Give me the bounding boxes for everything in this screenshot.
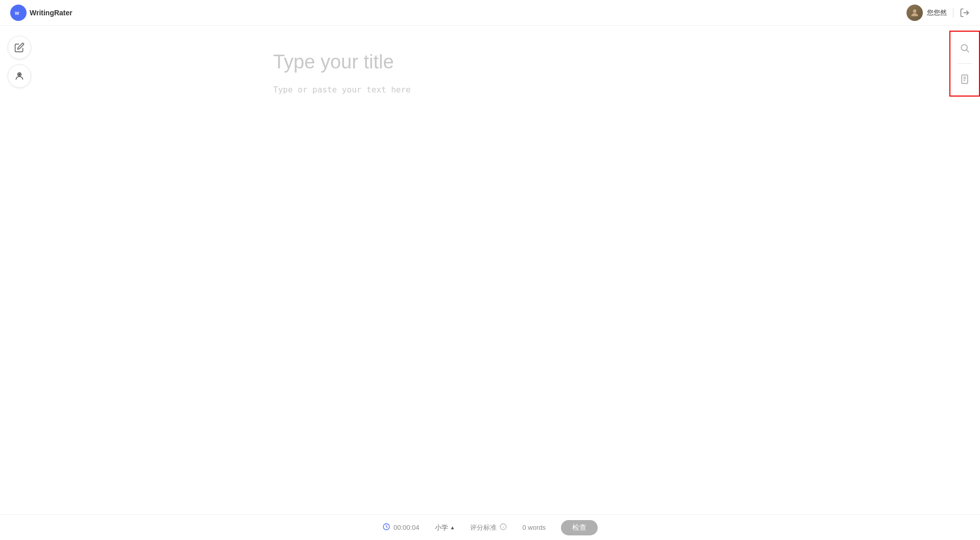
word-count-item: 0 words [522, 524, 546, 531]
svg-point-2 [913, 9, 917, 13]
svg-text:W: W [15, 11, 19, 16]
main-content [41, 26, 944, 514]
body-input[interactable] [273, 83, 712, 288]
title-input[interactable] [273, 51, 712, 73]
profile-button[interactable] [8, 64, 31, 88]
user-name: 您您然 [927, 8, 947, 17]
timer-icon [382, 523, 390, 532]
grade-label: 小学 [435, 523, 448, 532]
user-info[interactable]: 您您然 [906, 5, 947, 21]
timer-item: 00:00:04 [382, 523, 420, 532]
edit-button[interactable] [8, 36, 31, 59]
grade-badge: 小学 ▲ [435, 523, 455, 532]
check-button[interactable]: 检查 [561, 520, 598, 535]
logo-text: WritingRater [30, 9, 72, 17]
document-panel-button[interactable] [953, 68, 976, 90]
logo-area[interactable]: W WritingRater [10, 5, 72, 21]
bottom-bar: 00:00:04 小学 ▲ 评分标准 0 words 检查 [0, 514, 980, 540]
left-sidebar [8, 36, 31, 88]
right-panel [949, 31, 980, 97]
word-count-value: 0 words [522, 524, 546, 531]
svg-point-6 [961, 44, 967, 51]
avatar [906, 5, 923, 21]
right-panel-divider [957, 63, 972, 64]
info-icon[interactable] [500, 523, 507, 532]
search-panel-button[interactable] [953, 37, 976, 59]
header-divider [953, 8, 953, 18]
logout-button[interactable] [960, 8, 970, 18]
logo-icon: W [10, 5, 27, 21]
grade-arrow-icon: ▲ [450, 525, 455, 530]
timer-value: 00:00:04 [394, 524, 420, 531]
svg-line-7 [967, 50, 969, 53]
header-right: 您您然 [906, 5, 970, 21]
svg-point-5 [19, 74, 20, 75]
editor-container [273, 51, 712, 290]
header: W WritingRater 您您然 [0, 0, 980, 26]
rating-standard-item: 评分标准 [470, 523, 507, 532]
grade-item[interactable]: 小学 ▲ [435, 523, 455, 532]
rating-standard-label: 评分标准 [470, 523, 497, 532]
